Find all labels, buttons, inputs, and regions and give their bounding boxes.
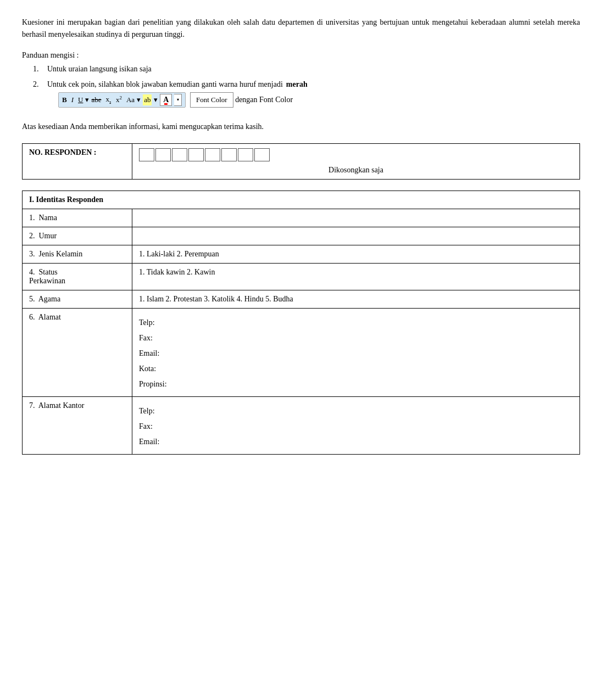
- identitas-label-agama: 5. Agama: [23, 290, 132, 308]
- number-boxes: [139, 148, 573, 161]
- number-box-2: [155, 148, 171, 161]
- alamat-propinsi: Propinsi:: [139, 377, 573, 392]
- identitas-row-jenis-kelamin: 3. Jenis Kelamin 1. Laki-laki 2. Perempu…: [23, 245, 580, 263]
- toolbar-sub: x₂: [105, 94, 112, 106]
- identitas-num-5: 5.: [29, 295, 35, 303]
- toolbar-sep3: ▾: [85, 94, 89, 106]
- number-box-1: [139, 148, 154, 161]
- panduan-item-2: 2. Untuk cek poin, silahkan blok jawaban…: [33, 79, 580, 108]
- identitas-value-alamat: Telp: Fax: Email: Kota: Propinsi:: [132, 308, 580, 396]
- panduan-num-2: 2.: [33, 79, 43, 91]
- font-color-a-letter: A: [163, 96, 169, 104]
- responden-label-cell: NO. RESPONDEN :: [23, 143, 132, 179]
- font-color-underline-red: [164, 103, 168, 105]
- number-box-6: [221, 148, 237, 161]
- toolbar-italic: I: [71, 94, 74, 106]
- identitas-row-alamat-kantor: 7. Alamat Kantor Telp: Fax: Email:: [23, 396, 580, 454]
- identitas-num-2: 2.: [29, 232, 35, 240]
- responden-row: NO. RESPONDEN : Dikosongkan saja: [23, 143, 580, 179]
- alamat-email: Email:: [139, 346, 573, 361]
- identitas-row-alamat: 6. Alamat Telp: Fax: Email: Kota: Propin…: [23, 308, 580, 396]
- identitas-value-alamat-kantor: Telp: Fax: Email:: [132, 396, 580, 454]
- toolbar-sep8: ▾: [154, 94, 158, 106]
- identitas-text-nama: Nama: [39, 214, 57, 222]
- identitas-row-nama: 1. Nama: [23, 209, 580, 227]
- identitas-num-4: 4.: [29, 268, 35, 276]
- identitas-label-alamat-kantor: 7. Alamat Kantor: [23, 396, 132, 454]
- identitas-value-nama: [132, 209, 580, 227]
- poin-text-bold: merah: [286, 79, 308, 91]
- toolbar-bold: B: [62, 94, 67, 106]
- panduan-item-1: 1. Untuk uraian langsung isikan saja: [33, 63, 580, 75]
- identitas-num-7: 7.: [29, 401, 35, 410]
- identitas-text-umur: Umur: [39, 232, 57, 240]
- number-box-7: [238, 148, 253, 161]
- identitas-label-status: 4. StatusPerkawinan: [23, 263, 132, 290]
- font-color-label-box: Font Color: [190, 92, 233, 108]
- alamat-fax: Fax:: [139, 331, 573, 346]
- identitas-text-agama: Agama: [38, 295, 60, 303]
- kantor-telp: Telp:: [139, 404, 573, 419]
- identitas-section-header: I. Identitas Responden: [23, 191, 580, 209]
- alamat-kantor-content: Telp: Fax: Email:: [139, 401, 573, 450]
- identitas-label-umur: 2. Umur: [23, 227, 132, 245]
- poin-text-before: Untuk cek poin, silahkan blok jawaban ke…: [47, 79, 283, 91]
- toolbar-aa: Aa: [126, 94, 135, 106]
- identitas-title: I. Identitas Responden: [29, 195, 103, 204]
- alamat-telp: Telp:: [139, 315, 573, 331]
- panduan-section: Panduan mengisi : 1. Untuk uraian langsu…: [22, 51, 580, 108]
- toolbar-underline: U: [78, 94, 83, 106]
- identitas-num-3: 3.: [29, 250, 35, 258]
- identitas-row-agama: 5. Agama 1. Islam 2. Protestan 3. Katoli…: [23, 290, 580, 308]
- identitas-num-1: 1.: [29, 214, 35, 222]
- identitas-text-jenis-kelamin: Jenis Kelamin: [39, 250, 83, 258]
- toolbar-image: B I U ▾ abe x₂ x2 Aa ▾: [58, 92, 186, 108]
- identitas-value-status: 1. Tidak kawin 2. Kawin: [132, 263, 580, 290]
- panduan-text-2: Untuk cek poin, silahkan blok jawaban ke…: [47, 79, 308, 108]
- number-box-8: [254, 148, 270, 161]
- responden-value-cell: Dikosongkan saja: [132, 143, 580, 179]
- dengan-text: dengan Font Color: [235, 95, 293, 103]
- identitas-row-umur: 2. Umur: [23, 227, 580, 245]
- identitas-header-row: I. Identitas Responden: [23, 191, 580, 209]
- alamat-kota: Kota:: [139, 361, 573, 377]
- intro-paragraph: Kuesioner ini merupakan bagian dari pene…: [22, 16, 580, 41]
- toolbar-sep7: ▾: [137, 94, 141, 106]
- identitas-num-6: 6.: [29, 313, 35, 321]
- responden-table: NO. RESPONDEN : Dikosongkan saja: [22, 143, 580, 180]
- identitas-text-alamat: Alamat: [38, 313, 61, 321]
- responden-label: NO. RESPONDEN :: [29, 148, 97, 156]
- font-color-label: Font Color: [196, 94, 227, 106]
- identitas-text-alamat-kantor: Alamat Kantor: [38, 401, 85, 410]
- kantor-email: Email:: [139, 434, 573, 450]
- kantor-fax: Fax:: [139, 419, 573, 434]
- identitas-label-alamat: 6. Alamat: [23, 308, 132, 396]
- dikosongkan-text: Dikosongkan saja: [139, 166, 573, 175]
- identitas-value-jenis-kelamin: 1. Laki-laki 2. Perempuan: [132, 245, 580, 263]
- identitas-label-jenis-kelamin: 3. Jenis Kelamin: [23, 245, 132, 263]
- toolbar-sup: x2: [116, 94, 122, 106]
- toolbar-ab: ab: [143, 94, 152, 106]
- identitas-value-umur: [132, 227, 580, 245]
- alamat-content: Telp: Fax: Email: Kota: Propinsi:: [139, 313, 573, 392]
- number-box-5: [205, 148, 220, 161]
- font-color-button[interactable]: A: [160, 94, 172, 106]
- panduan-title: Panduan mengisi :: [22, 51, 580, 60]
- panduan-num-1: 1.: [33, 63, 43, 75]
- identitas-row-status: 4. StatusPerkawinan 1. Tidak kawin 2. Ka…: [23, 263, 580, 290]
- identitas-label-nama: 1. Nama: [23, 209, 132, 227]
- font-color-dropdown-arrow[interactable]: ▾: [174, 94, 182, 106]
- terima-kasih-text: Atas kesediaan Anda memberikan informasi…: [22, 121, 580, 133]
- number-box-4: [188, 148, 204, 161]
- identitas-value-agama: 1. Islam 2. Protestan 3. Katolik 4. Hind…: [132, 290, 580, 308]
- identitas-table: I. Identitas Responden 1. Nama 2. Umur 3…: [22, 191, 580, 455]
- panduan-text-1: Untuk uraian langsung isikan saja: [47, 63, 152, 75]
- toolbar-strike: abe: [91, 94, 101, 106]
- dengan-font-color-line: B I U ▾ abe x₂ x2 Aa ▾: [47, 92, 308, 108]
- number-box-3: [172, 148, 187, 161]
